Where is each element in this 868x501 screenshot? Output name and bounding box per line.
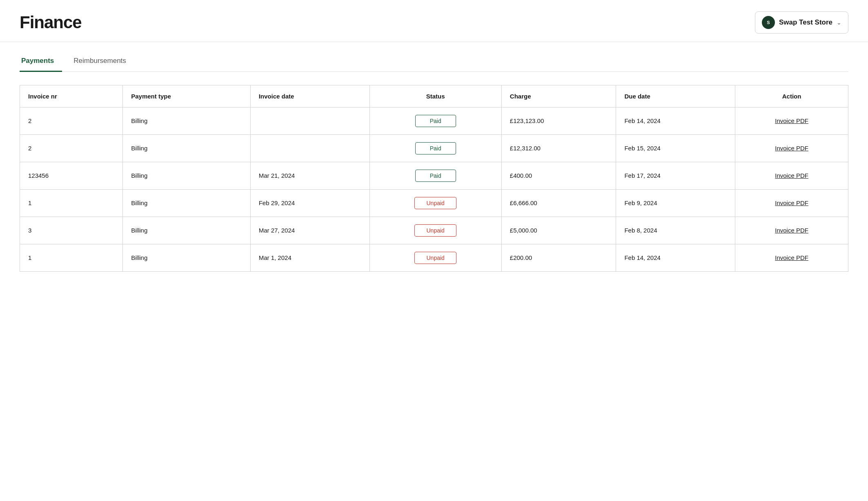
table-row: 2 Billing Paid £123,123.00 Feb 14, 2024 … — [20, 107, 848, 134]
status-badge: Unpaid — [414, 197, 456, 209]
invoice-pdf-link[interactable]: Invoice PDF — [775, 227, 808, 234]
cell-due-date: Feb 14, 2024 — [616, 244, 735, 271]
cell-action: Invoice PDF — [735, 244, 848, 271]
cell-status: Unpaid — [369, 189, 501, 217]
cell-status: Paid — [369, 134, 501, 162]
store-name: Swap Test Store — [779, 18, 832, 27]
invoice-pdf-link[interactable]: Invoice PDF — [775, 172, 808, 179]
store-selector[interactable]: S Swap Test Store ⌄ — [755, 11, 848, 34]
cell-invoice-date — [250, 134, 369, 162]
cell-status: Unpaid — [369, 244, 501, 271]
cell-action: Invoice PDF — [735, 189, 848, 217]
cell-invoice-date — [250, 107, 369, 134]
cell-due-date: Feb 17, 2024 — [616, 162, 735, 189]
tab-reimbursements[interactable]: Reimbursements — [72, 52, 134, 72]
invoices-table: Invoice nr Payment type Invoice date Sta… — [20, 85, 848, 272]
header-divider — [0, 42, 868, 42]
cell-due-date: Feb 8, 2024 — [616, 217, 735, 244]
cell-action: Invoice PDF — [735, 107, 848, 134]
page-title: Finance — [20, 13, 82, 32]
table-row: 1 Billing Feb 29, 2024 Unpaid £6,666.00 … — [20, 189, 848, 217]
cell-charge: £12,312.00 — [501, 134, 616, 162]
cell-payment-type: Billing — [123, 189, 250, 217]
cell-due-date: Feb 15, 2024 — [616, 134, 735, 162]
cell-invoice-nr: 3 — [20, 217, 123, 244]
tabs: Payments Reimbursements — [20, 52, 848, 72]
cell-charge: £5,000.00 — [501, 217, 616, 244]
tab-payments[interactable]: Payments — [20, 52, 62, 72]
col-status: Status — [369, 85, 501, 107]
cell-payment-type: Billing — [123, 134, 250, 162]
table-header-row: Invoice nr Payment type Invoice date Sta… — [20, 85, 848, 107]
cell-invoice-nr: 2 — [20, 107, 123, 134]
page-header: Finance S Swap Test Store ⌄ — [0, 0, 868, 42]
status-badge: Paid — [415, 142, 456, 154]
table-row: 3 Billing Mar 27, 2024 Unpaid £5,000.00 … — [20, 217, 848, 244]
chevron-down-icon: ⌄ — [837, 19, 841, 26]
invoice-pdf-link[interactable]: Invoice PDF — [775, 117, 808, 124]
col-due-date: Due date — [616, 85, 735, 107]
invoice-pdf-link[interactable]: Invoice PDF — [775, 145, 808, 152]
status-badge: Paid — [415, 115, 456, 127]
status-badge: Unpaid — [414, 224, 456, 237]
cell-status: Paid — [369, 162, 501, 189]
cell-action: Invoice PDF — [735, 217, 848, 244]
col-action: Action — [735, 85, 848, 107]
cell-payment-type: Billing — [123, 162, 250, 189]
cell-invoice-nr: 2 — [20, 134, 123, 162]
cell-payment-type: Billing — [123, 217, 250, 244]
table-row: 1 Billing Mar 1, 2024 Unpaid £200.00 Feb… — [20, 244, 848, 271]
cell-action: Invoice PDF — [735, 162, 848, 189]
cell-invoice-date: Feb 29, 2024 — [250, 189, 369, 217]
cell-invoice-date: Mar 27, 2024 — [250, 217, 369, 244]
table-row: 123456 Billing Mar 21, 2024 Paid £400.00… — [20, 162, 848, 189]
invoice-pdf-link[interactable]: Invoice PDF — [775, 199, 808, 206]
col-payment-type: Payment type — [123, 85, 250, 107]
cell-charge: £400.00 — [501, 162, 616, 189]
invoice-pdf-link[interactable]: Invoice PDF — [775, 254, 808, 261]
col-invoice-date: Invoice date — [250, 85, 369, 107]
status-badge: Paid — [415, 170, 456, 182]
table-row: 2 Billing Paid £12,312.00 Feb 15, 2024 I… — [20, 134, 848, 162]
cell-payment-type: Billing — [123, 244, 250, 271]
store-avatar: S — [762, 16, 775, 29]
cell-invoice-date: Mar 21, 2024 — [250, 162, 369, 189]
cell-status: Paid — [369, 107, 501, 134]
table-container: Invoice nr Payment type Invoice date Sta… — [0, 72, 868, 285]
cell-due-date: Feb 14, 2024 — [616, 107, 735, 134]
cell-invoice-nr: 123456 — [20, 162, 123, 189]
cell-charge: £200.00 — [501, 244, 616, 271]
status-badge: Unpaid — [414, 252, 456, 264]
cell-charge: £6,666.00 — [501, 189, 616, 217]
cell-invoice-date: Mar 1, 2024 — [250, 244, 369, 271]
cell-charge: £123,123.00 — [501, 107, 616, 134]
cell-invoice-nr: 1 — [20, 244, 123, 271]
col-invoice-nr: Invoice nr — [20, 85, 123, 107]
cell-invoice-nr: 1 — [20, 189, 123, 217]
cell-due-date: Feb 9, 2024 — [616, 189, 735, 217]
cell-status: Unpaid — [369, 217, 501, 244]
tabs-container: Payments Reimbursements — [0, 52, 868, 72]
cell-payment-type: Billing — [123, 107, 250, 134]
col-charge: Charge — [501, 85, 616, 107]
cell-action: Invoice PDF — [735, 134, 848, 162]
